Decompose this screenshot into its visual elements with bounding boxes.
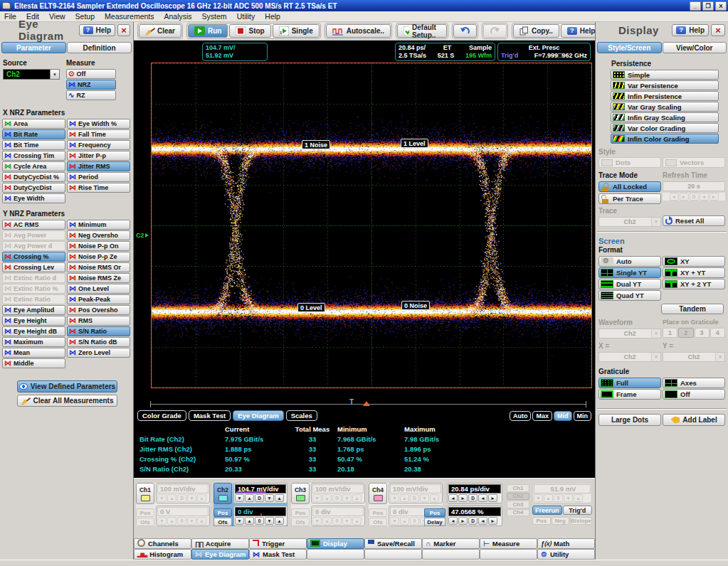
graticule-mode-button[interactable]: Axes — [663, 378, 725, 388]
x-parameter-button[interactable]: Period — [67, 172, 130, 182]
fine-up-button[interactable]: ▲ — [275, 494, 284, 502]
zero-noise-label[interactable]: 0 Noise — [401, 301, 430, 310]
trigger-source-button[interactable]: Ch1 — [507, 484, 529, 492]
fine-up-button[interactable]: ▲ — [352, 517, 362, 525]
fine-down-button[interactable]: ▼ — [564, 494, 573, 502]
x-parameter-button[interactable]: Cycle Area — [2, 161, 65, 171]
x-parameter-button[interactable]: Fall Time — [67, 129, 130, 139]
clear-button[interactable]: Clear — [139, 24, 181, 38]
clear-all-measurements-button[interactable]: Clear All Measurements — [17, 395, 117, 407]
y-parameter-button[interactable]: Eye Height — [2, 316, 65, 326]
persistence-mode-button[interactable]: Infin Gray Scaling — [611, 112, 719, 122]
menu-item[interactable]: System — [202, 12, 227, 21]
trigger-position-marker[interactable]: T — [349, 398, 354, 406]
graticule-place-button[interactable]: 4 — [710, 328, 725, 338]
setup-tab[interactable]: Channels — [134, 538, 191, 549]
x-source-select[interactable]: Ch2 — [598, 352, 661, 362]
menu-item[interactable]: Analysis — [164, 12, 192, 21]
y-parameter-button[interactable]: Eye Height dB — [2, 326, 65, 336]
step-up-button[interactable]: ▲ — [400, 517, 409, 525]
maximize-button[interactable]: ❐ — [702, 1, 714, 11]
x-parameter-button[interactable]: Jitter RMS — [67, 161, 130, 171]
fine-down-button[interactable]: ▼ — [420, 494, 429, 502]
channel-button[interactable]: Ch2 — [213, 483, 232, 504]
step-down-button[interactable]: ▼ — [157, 517, 167, 525]
setup-tab[interactable] — [422, 549, 480, 560]
persistence-mode-button[interactable]: Var Persistence — [611, 80, 719, 90]
setup-tab[interactable]: Utility — [537, 549, 595, 560]
ofs-button[interactable]: Ofs — [213, 518, 232, 526]
x-parameter-button[interactable]: Area — [2, 119, 65, 129]
fine-up-button[interactable]: ▲ — [574, 494, 583, 502]
y-parameter-button[interactable]: Middle — [2, 358, 65, 368]
chevron-down-icon[interactable] — [651, 329, 660, 338]
channel-scale-display[interactable]: 100 mV/div — [157, 484, 209, 493]
x-parameter-button[interactable]: Crossing Tim — [2, 151, 65, 161]
default-button[interactable]: D — [177, 494, 186, 502]
range-mode-button[interactable]: Mid — [554, 411, 572, 421]
panel-close-button[interactable]: × — [117, 24, 130, 36]
screen-format-button[interactable]: Quad YT — [598, 290, 661, 301]
y-parameter-button[interactable]: AC RMS — [2, 220, 65, 230]
graticule-place-button[interactable]: 3 — [695, 328, 709, 338]
y-parameter-button[interactable]: Noise RMS Or — [67, 262, 130, 272]
trigd-button[interactable]: Trig'd — [563, 506, 593, 515]
fine-up-button[interactable]: ▲ — [352, 494, 362, 502]
channel-offset-display[interactable]: 0 div — [235, 507, 286, 516]
fine-down-button[interactable]: ▼ — [187, 494, 196, 502]
x-parameter-button[interactable]: Jitter P-p — [67, 151, 130, 161]
y-parameter-button[interactable]: One Level — [67, 284, 130, 294]
y-parameter-button[interactable]: Minimum — [67, 220, 130, 230]
step-up-button[interactable]: ▲ — [322, 494, 332, 502]
measure-mode-button[interactable]: RZ — [66, 90, 116, 100]
y-parameter-button[interactable]: Crossing % — [2, 252, 65, 262]
step-right-button[interactable]: ► — [680, 193, 689, 201]
y-parameter-button[interactable]: S/N Ratio dB — [67, 337, 130, 347]
x-parameter-button[interactable]: Eye Width — [2, 193, 65, 203]
screen-format-button[interactable]: XY + 2 YT — [663, 279, 725, 289]
fine-left-button[interactable]: ◄ — [478, 494, 487, 502]
eye-panel-tab[interactable]: Parameter — [1, 42, 66, 53]
zero-button[interactable]: 0 — [332, 517, 342, 525]
x-parameter-button[interactable]: Eye Width % — [67, 119, 130, 129]
persistence-mode-button[interactable]: Var Color Grading — [611, 123, 719, 133]
step-up-button[interactable]: ▲ — [245, 494, 254, 502]
fine-right-button[interactable]: ► — [488, 517, 497, 525]
chevron-down-icon[interactable] — [715, 353, 724, 361]
persistence-mode-button[interactable]: Infin Persistence — [611, 91, 719, 101]
source-select[interactable]: Ch2 — [3, 69, 60, 80]
step-left-button[interactable]: ◄ — [670, 193, 679, 201]
step-up-button[interactable]: ▲ — [167, 494, 176, 502]
all-locked-button[interactable]: All Locked — [598, 181, 661, 192]
step-down-button[interactable]: ▼ — [390, 517, 399, 525]
copy-button[interactable]: Copy.. — [513, 24, 559, 38]
eye-panel-tab[interactable]: Definition — [67, 42, 132, 53]
y-parameter-button[interactable]: Avg Power — [2, 230, 65, 240]
measure-mode-button[interactable]: Off — [66, 69, 116, 79]
eye-diagram-canvas[interactable] — [152, 63, 591, 388]
y-parameter-button[interactable]: Eye Amplitud — [2, 305, 65, 315]
menu-item[interactable]: Help — [265, 12, 280, 21]
channel-color-swatch[interactable] — [218, 495, 228, 501]
channel-color-swatch[interactable] — [296, 495, 305, 501]
step-up-button[interactable]: ▲ — [322, 517, 332, 525]
x-parameter-button[interactable]: DutyCycDist % — [2, 172, 65, 182]
step-down-button[interactable]: ▼ — [390, 494, 399, 502]
channel-scale-display[interactable]: 100 mV/div — [312, 484, 364, 493]
x-parameter-button[interactable]: Bit Rate — [2, 129, 65, 139]
panel-close-button[interactable]: × — [711, 24, 725, 36]
y-parameter-button[interactable]: Extinc Ratio % — [2, 284, 65, 294]
setup-tab[interactable]: Save/Recall — [364, 538, 422, 549]
step-right-button[interactable]: ► — [458, 494, 468, 502]
y-parameter-button[interactable]: Pos Oversho — [67, 305, 130, 315]
pos-button[interactable]: Pos — [213, 508, 232, 517]
delay-position-marker[interactable] — [363, 401, 370, 406]
fine-left-button[interactable]: ◄ — [700, 193, 709, 201]
ofs-button[interactable]: Ofs — [291, 518, 310, 526]
screen-format-button[interactable]: Single YT — [598, 267, 661, 278]
fine-up-button[interactable]: ▲ — [197, 517, 206, 525]
channel-scale-display[interactable]: 104.7 mV/div — [235, 484, 286, 493]
setup-tab[interactable]: Display — [307, 538, 364, 549]
range-mode-button[interactable]: Auto — [510, 411, 532, 421]
screen-format-button[interactable]: XY — [663, 256, 725, 267]
